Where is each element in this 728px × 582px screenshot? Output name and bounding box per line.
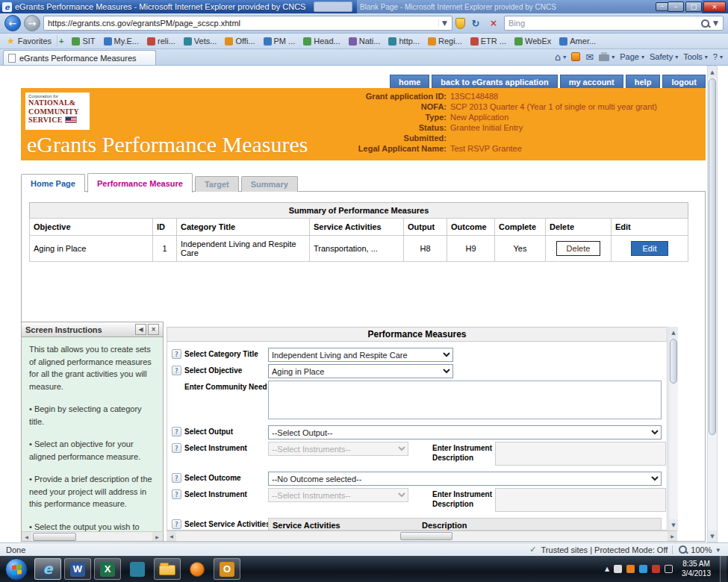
favorite-link[interactable]: PM ... — [260, 36, 299, 46]
favorite-link[interactable]: http... — [385, 36, 423, 46]
start-button[interactable] — [5, 558, 28, 581]
favorite-link[interactable]: reli... — [143, 36, 179, 46]
help-icon[interactable]: ? — [172, 519, 181, 529]
scroll-down-icon[interactable]: ▼ — [708, 531, 717, 542]
scroll-up-icon[interactable]: ▲ — [669, 327, 678, 338]
refresh-button[interactable]: ↻ — [468, 16, 483, 31]
favorite-link[interactable]: Regi... — [424, 36, 466, 46]
tools-menu[interactable]: Tools — [683, 52, 703, 61]
scroll-left-icon[interactable]: ◀ — [167, 531, 176, 541]
zoom-dropdown-icon[interactable]: ▾ — [714, 546, 722, 554]
read-mail-icon[interactable]: ✉ — [585, 51, 594, 63]
search-input[interactable] — [508, 19, 700, 28]
id-cell: 1 — [153, 236, 177, 262]
tray-icon[interactable] — [614, 565, 622, 573]
tray-icon[interactable] — [626, 565, 635, 573]
help-icon[interactable]: ? — [172, 473, 181, 483]
edit-button[interactable]: Edit — [631, 241, 669, 256]
close-button[interactable]: × — [703, 1, 726, 12]
favorite-link[interactable]: WebEx — [511, 36, 555, 46]
tools-dropdown-icon[interactable]: ▾ — [705, 54, 708, 60]
scroll-right-icon[interactable]: ▶ — [668, 531, 677, 541]
hidden-icons-chevron[interactable]: ▲ — [605, 566, 609, 572]
stop-button[interactable]: × — [486, 16, 501, 31]
help-menu[interactable]: ? — [713, 52, 718, 61]
show-desktop-button[interactable] — [720, 556, 727, 582]
taskbar-explorer-button[interactable] — [154, 558, 181, 580]
minimize-button[interactable]: – — [668, 1, 684, 12]
search-icon[interactable] — [700, 18, 711, 29]
page-dropdown-icon[interactable]: ▾ — [641, 54, 644, 60]
scrollbar-thumb[interactable] — [33, 533, 76, 541]
nav-home-button[interactable]: home — [390, 75, 429, 90]
output-select[interactable]: --Select Output-- — [268, 425, 662, 439]
home-icon[interactable]: ⌂ — [555, 51, 561, 63]
favorite-link[interactable]: Vets... — [180, 36, 221, 46]
scrollbar-thumb[interactable] — [670, 339, 677, 384]
help-icon[interactable]: ? — [172, 427, 181, 436]
forward-button[interactable]: → — [24, 15, 40, 31]
print-icon[interactable] — [599, 54, 609, 61]
favorite-link[interactable]: SIT — [68, 36, 99, 46]
nav-help-button[interactable]: help — [626, 75, 661, 90]
objective-select[interactable]: Aging in Place — [268, 364, 453, 378]
scrollbar-thumb[interactable] — [709, 78, 716, 435]
favorite-link[interactable]: Amer... — [556, 36, 600, 46]
safety-menu[interactable]: Safety — [650, 52, 673, 61]
nav-my-account-button[interactable]: my account — [560, 75, 623, 90]
nav-logout-button[interactable]: logout — [662, 75, 706, 90]
scroll-down-icon[interactable]: ▼ — [669, 519, 678, 531]
tab-target[interactable]: Target — [195, 176, 239, 192]
favorite-link[interactable]: Offi... — [221, 36, 258, 46]
taskbar-ie-button[interactable]: e — [34, 558, 61, 580]
taskbar-media-button[interactable] — [184, 558, 211, 580]
feeds-icon[interactable] — [571, 52, 580, 61]
search-dropdown-icon[interactable]: ▼ — [711, 19, 721, 27]
tray-icon[interactable] — [652, 565, 660, 573]
tab-performance-measure[interactable]: Performance Measure — [87, 173, 193, 193]
help-icon[interactable]: ? — [172, 443, 181, 453]
nav-back-to-egrants-button[interactable]: back to eGrants application — [432, 75, 557, 90]
panel-collapse-icon[interactable]: ◀ — [135, 324, 146, 335]
tab-summary[interactable]: Summary — [241, 176, 298, 192]
taskbar-word-button[interactable]: W — [64, 558, 91, 580]
outcome-select[interactable]: --No Outcome selected-- — [268, 472, 662, 486]
scroll-right-icon[interactable]: ▶ — [152, 532, 162, 542]
tray-icon[interactable] — [639, 565, 647, 573]
security-zone-text[interactable]: Trusted sites | Protected Mode: Off — [541, 545, 668, 554]
taskbar-excel-button[interactable]: X — [94, 558, 121, 580]
safety-dropdown-icon[interactable]: ▾ — [675, 54, 678, 60]
panel-close-icon[interactable]: × — [148, 324, 159, 335]
home-dropdown-icon[interactable]: ▾ — [563, 54, 566, 60]
taskbar-outlook-button[interactable]: O — [214, 558, 240, 580]
help-dropdown-icon[interactable]: ▾ — [720, 54, 723, 60]
favorite-link[interactable]: Head... — [299, 36, 343, 46]
favorite-link[interactable]: My.E... — [100, 36, 143, 46]
taskbar-app-button[interactable] — [124, 558, 151, 580]
favorite-link[interactable]: ETR ... — [467, 36, 510, 46]
tray-icon[interactable] — [665, 565, 673, 573]
app-top-nav: home back to eGrants application my acco… — [390, 75, 706, 90]
help-icon[interactable]: ? — [172, 489, 181, 499]
url-dropdown-icon[interactable]: ▼ — [438, 19, 450, 27]
favorites-button[interactable]: ★ Favorites — [4, 35, 57, 47]
taskbar-clock[interactable]: 8:35 AM 3/4/2013 — [677, 560, 715, 578]
scrollbar-thumb[interactable] — [400, 532, 452, 540]
favorite-link[interactable]: Nati... — [345, 36, 385, 46]
browser-tab[interactable]: eGrants Performance Measures — [3, 50, 156, 65]
zoom-control[interactable]: 100% ▾ — [677, 544, 722, 555]
scroll-left-icon[interactable]: ◀ — [22, 532, 31, 542]
tab-home-page[interactable]: Home Page — [21, 174, 85, 192]
help-icon[interactable]: ? — [172, 349, 181, 359]
delete-button[interactable]: Delete — [556, 241, 601, 256]
community-need-textarea[interactable] — [268, 381, 662, 419]
page-menu[interactable]: Page — [620, 52, 639, 61]
back-button[interactable]: ← — [4, 15, 21, 31]
scroll-up-icon[interactable]: ▲ — [708, 66, 717, 78]
category-title-select[interactable]: Independent Living and Respite Care — [268, 348, 453, 362]
print-dropdown-icon[interactable]: ▾ — [612, 54, 615, 60]
address-input[interactable] — [48, 19, 438, 28]
help-icon[interactable]: ? — [172, 366, 181, 375]
maximize-button[interactable]: □ — [685, 1, 702, 12]
add-favorite-icon[interactable]: + — [57, 37, 68, 46]
